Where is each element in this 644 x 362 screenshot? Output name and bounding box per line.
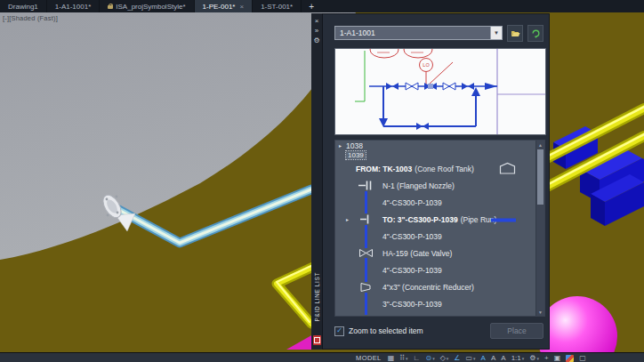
ortho-icon[interactable]: ∟: [414, 354, 421, 362]
isodraft-icon[interactable]: ◇▾: [440, 354, 449, 362]
osnap-tracking-icon[interactable]: ∠: [454, 354, 460, 362]
annotation-monitor-icon: +: [544, 354, 549, 362]
tab-1-st-001[interactable]: 1-ST-001*: [253, 0, 302, 12]
annotation-scale-list-icon[interactable]: A: [501, 354, 505, 362]
pipe-line-icon: [491, 218, 516, 222]
clean-screen-icon: ▢: [579, 354, 586, 362]
viewport-controls[interactable]: [-][Shaded (Fast)]: [3, 14, 58, 22]
chevron-down-icon[interactable]: ▾: [447, 354, 449, 362]
panel-properties-icon[interactable]: ⚙: [313, 36, 319, 45]
panel-autohide-icon[interactable]: »: [315, 26, 318, 36]
expand-arrow-icon[interactable]: ▸: [346, 216, 349, 222]
tab-label: 1-PE-001*: [203, 3, 236, 11]
workspace-icon[interactable]: ⚙▾: [529, 354, 539, 362]
isodraft-icon: ◇: [440, 354, 446, 362]
tree-row[interactable]: HA-159 (Gate Valve): [335, 245, 544, 261]
tree-row[interactable]: ▸TO: 3"-CS300-P-1039(Pipe Run): [335, 211, 544, 228]
tab-1-a1-1001[interactable]: 1-A1-1001*: [47, 0, 100, 12]
tree-row-label: 4"x3" (Concentric Reducer): [382, 283, 474, 292]
annotation-autoscale-icon: A: [491, 354, 495, 362]
graphics-performance-icon[interactable]: [566, 355, 574, 362]
tree-row-label: 4"-CS300-P-1039: [382, 232, 442, 241]
tree-row[interactable]: 3"-CS300-P-1039: [335, 295, 544, 312]
tree-row[interactable]: 4"-CS300-P-1039: [335, 228, 544, 245]
tree-row[interactable]: ▸1038: [335, 141, 544, 150]
object-snap-icon[interactable]: ▭▾: [466, 354, 476, 362]
panel-side-strip: × » ⚙ P&ID LINE LIST: [311, 13, 323, 350]
tab-label: Drawing1: [8, 3, 38, 11]
annotation-visibility-icon: A: [481, 354, 486, 362]
tree-row[interactable]: 1039: [335, 150, 544, 160]
check-icon: ✓: [336, 327, 342, 334]
tree-row-tag: FROM: TK-1003: [356, 165, 412, 173]
place-button[interactable]: Place: [490, 323, 543, 339]
chevron-down-icon[interactable]: ▾: [473, 354, 476, 362]
zoom-to-selected-checkbox[interactable]: ✓: [334, 326, 344, 336]
tab-isa-projsymbolstyle[interactable]: ISA_projSymbolStyle*: [100, 0, 194, 12]
refresh-button[interactable]: [527, 25, 543, 42]
chevron-down-icon[interactable]: ▾: [432, 354, 435, 362]
tree-row[interactable]: FROM: TK-1003(Cone Roof Tank): [335, 160, 544, 177]
annotation-autoscale-icon[interactable]: A: [491, 354, 495, 362]
line-icon: [491, 215, 516, 224]
object-snap-icon: ▭: [466, 354, 473, 362]
close-tab-icon[interactable]: ×: [239, 3, 244, 11]
instrument-tag: LO: [423, 62, 430, 68]
workspace-icon: ⚙: [529, 354, 535, 362]
chevron-down-icon[interactable]: ▼: [491, 26, 503, 40]
tab-drawing1[interactable]: Drawing1: [0, 0, 47, 12]
snap-mode-icon: ⠿: [399, 354, 405, 362]
tree-row-label: 1038: [346, 141, 363, 150]
panel-close-icon[interactable]: ×: [315, 16, 319, 26]
panel-body: 1-A1-1001 ▼: [323, 13, 550, 350]
checkbox-label: Zoom to selected item: [349, 326, 423, 335]
snap-mode-icon[interactable]: ⠿▾: [399, 354, 407, 362]
pid-palette-icon: [313, 335, 321, 345]
gate-valve-symbol-icon: [358, 248, 374, 258]
grid-icon[interactable]: ▦: [388, 354, 395, 362]
tab-label: ISA_projSymbolStyle*: [116, 3, 185, 11]
tree-row-label: 4"-CS300-P-1039: [382, 266, 442, 275]
autocad-plant3d-window: Drawing1 1-A1-1001* ISA_projSymbolStyle*…: [0, 0, 644, 362]
tank-icon: [499, 162, 516, 176]
chevron-down-icon[interactable]: ▾: [522, 354, 525, 362]
model-space-button[interactable]: MODEL: [356, 354, 382, 362]
clean-screen-icon[interactable]: ▢: [579, 354, 586, 362]
annotation-monitor-icon[interactable]: +: [544, 354, 549, 362]
tank-icon: [499, 162, 516, 174]
new-drawing-button[interactable]: +: [302, 0, 321, 12]
tree-row-label: 3"-CS300-P-1039: [382, 300, 442, 309]
chevron-down-icon[interactable]: ▾: [406, 354, 408, 362]
expand-arrow-icon[interactable]: ▸: [339, 142, 342, 149]
grid-icon: ▦: [388, 354, 395, 362]
polar-tracking-icon: ⊙: [425, 354, 431, 362]
pid-line-list-panel: × » ⚙ P&ID LINE LIST 1-A1-1001 ▼: [311, 13, 550, 350]
tree-row-label: 1039: [346, 151, 366, 159]
graphics-performance-icon: [566, 355, 574, 362]
tab-label: 1-ST-001*: [261, 3, 293, 11]
scale-value[interactable]: 1:1▾: [511, 354, 525, 362]
drawing-select[interactable]: 1-A1-1001: [334, 26, 491, 40]
tree-row[interactable]: 4"-CS300-P-1039: [335, 261, 544, 278]
flange-symbol: [357, 180, 374, 191]
polar-tracking-icon[interactable]: ⊙▾: [425, 354, 434, 362]
pid-schematic: LO: [335, 49, 545, 134]
pipe-run-symbol-icon: [359, 213, 372, 225]
tree-row[interactable]: 4"-CS300-P-1039: [335, 194, 544, 211]
open-folder-button[interactable]: [507, 25, 523, 42]
reducer-symbol: [357, 282, 374, 293]
osnap-tracking-icon: ∠: [454, 354, 460, 362]
isolate-objects-icon[interactable]: ▣: [554, 354, 561, 362]
annotation-visibility-icon[interactable]: A: [481, 354, 486, 362]
tab-1-pe-001[interactable]: 1-PE-001* ×: [195, 0, 254, 12]
drawing-select-value: 1-A1-1001: [340, 28, 375, 37]
tree-row-tag: TO: 3"-CS300-P-1039: [382, 215, 458, 224]
lock-icon: [108, 4, 113, 9]
tree-row[interactable]: 4"x3" (Concentric Reducer): [335, 278, 544, 295]
statusbar: MODEL ▦⠿▾∟⊙▾◇▾∠▭▾AAA1:1▾⚙▾+▣▢: [0, 352, 644, 362]
panel-title-vertical: P&ID LINE LIST: [311, 272, 322, 321]
chevron-down-icon[interactable]: ▾: [536, 354, 539, 362]
tree-row[interactable]: N-1 (Flanged Nozzle): [335, 177, 544, 194]
scale-value: 1:1: [511, 354, 521, 362]
pid-preview[interactable]: LO: [334, 48, 546, 135]
